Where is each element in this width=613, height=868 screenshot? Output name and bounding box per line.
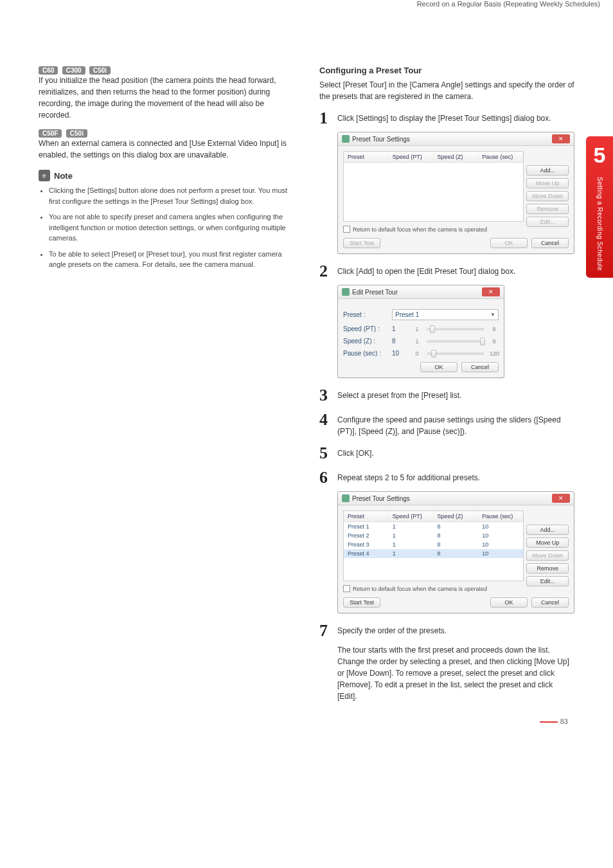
step-6-text: Repeat steps 2 to 5 for additional prese… — [337, 469, 574, 484]
step-1-text: Click [Settings] to display the [Preset … — [337, 110, 574, 124]
note-label: Note — [54, 171, 73, 181]
dialog1-list[interactable]: Preset Speed (PT) Speed (Z) Pause (sec) — [343, 151, 524, 222]
edit-dialog-titlebar: Edit Preset Tour ✕ — [338, 285, 504, 299]
step-3: 3 Select a preset from the [Preset] list… — [319, 387, 574, 404]
table-row[interactable]: Preset 4 1 8 10 — [344, 549, 523, 558]
badge-c60: C60 — [39, 66, 58, 75]
step-7-body: The tour starts with the first preset an… — [337, 644, 574, 702]
cancel-button[interactable]: Cancel — [461, 362, 499, 372]
step-num-2: 2 — [319, 263, 332, 280]
start-test-button[interactable]: Start Test — [343, 238, 380, 248]
note-item-1: Clicking the [Settings] button alone doe… — [49, 185, 294, 206]
return-focus-checkbox[interactable] — [343, 226, 350, 233]
step-num-5: 5 — [319, 445, 332, 462]
table-row[interactable]: Preset 3 1 8 10 — [344, 540, 523, 549]
speed-z-value: 8 — [392, 338, 407, 345]
step-1: 1 Click [Settings] to display the [Prese… — [319, 110, 574, 127]
step-4: 4 Configure the speed and pause settings… — [319, 411, 574, 437]
edit-button[interactable]: Edit... — [526, 217, 569, 227]
close-icon[interactable]: ✕ — [552, 494, 570, 503]
step-5-text: Click [OK]. — [337, 445, 574, 459]
step-7: 7 Specify the order of the presets. — [319, 622, 574, 639]
cancel-button[interactable]: Cancel — [531, 597, 569, 608]
page-number-value: 83 — [560, 718, 568, 725]
preset-dropdown[interactable]: Preset 1 ▼ — [392, 309, 499, 320]
ok-button[interactable]: OK — [490, 238, 528, 248]
cell-preset: Preset 3 — [344, 540, 389, 549]
cell-pause: 10 — [478, 540, 523, 549]
cancel-button[interactable]: Cancel — [531, 238, 569, 248]
ok-button[interactable]: OK — [490, 597, 528, 608]
pause-slider[interactable] — [427, 352, 484, 355]
col-pause[interactable]: Pause (sec) — [478, 152, 523, 162]
col-preset[interactable]: Preset — [344, 152, 389, 162]
pause-value: 10 — [392, 350, 407, 357]
step-num-3: 3 — [319, 387, 332, 404]
pause-row: Pause (sec) : 10 0 120 — [343, 350, 499, 357]
ok-button[interactable]: OK — [420, 362, 458, 372]
cell-speed-pt: 1 — [389, 522, 434, 531]
dialog1-titlebar: Preset Tour Settings ✕ — [338, 132, 574, 146]
table-row[interactable]: Preset 1 1 8 10 — [344, 522, 523, 531]
add-button[interactable]: Add... — [526, 525, 569, 535]
pause-min: 0 — [413, 350, 422, 357]
return-focus-label: Return to default focus when the camera … — [353, 586, 487, 592]
dialog1-side-buttons: Add... Move Up Move Down Remove Edit... — [526, 165, 569, 227]
cell-speed-pt: 1 — [389, 549, 434, 558]
cell-preset: Preset 4 — [344, 549, 389, 558]
dialog2-list[interactable]: Preset Speed (PT) Speed (Z) Pause (sec) … — [343, 511, 524, 581]
badge-c300: C300 — [62, 66, 85, 75]
col-speed-pt[interactable]: Speed (PT) — [389, 152, 434, 162]
remove-button[interactable]: Remove — [526, 204, 569, 214]
note-item-3: To be able to select [Preset] or [Preset… — [49, 249, 294, 270]
badge-c50f: C50F — [39, 129, 62, 138]
note-heading: ≡ Note — [39, 170, 294, 181]
preset-tour-settings-dialog-empty: Preset Tour Settings ✕ Preset Speed (PT)… — [337, 132, 574, 254]
cell-speed-z: 8 — [434, 531, 479, 540]
step-2-text: Click [Add] to open the [Edit Preset Tou… — [337, 263, 574, 277]
cell-speed-z: 8 — [434, 522, 479, 531]
pause-max: 120 — [490, 350, 499, 357]
dialog2-list-header: Preset Speed (PT) Speed (Z) Pause (sec) — [344, 511, 523, 522]
step-7-text: Specify the order of the presets. — [337, 622, 574, 637]
para-init-head: If you initialize the head position (the… — [39, 75, 294, 121]
remove-button[interactable]: Remove — [526, 563, 569, 574]
move-down-button[interactable]: Move Down — [526, 550, 569, 561]
col-speed-pt[interactable]: Speed (PT) — [389, 511, 434, 521]
move-up-button[interactable]: Move Up — [526, 178, 569, 188]
note-list: Clicking the [Settings] button alone doe… — [39, 185, 294, 270]
cell-preset: Preset 2 — [344, 531, 389, 540]
chapter-number: 5 — [594, 143, 606, 168]
speed-pt-max: 8 — [490, 326, 499, 332]
move-up-button[interactable]: Move Up — [526, 538, 569, 548]
step-num-7: 7 — [319, 622, 332, 639]
configuring-intro: Select [Preset Tour] in the [Camera Angl… — [319, 79, 574, 102]
move-down-button[interactable]: Move Down — [526, 191, 569, 201]
col-pause[interactable]: Pause (sec) — [478, 511, 523, 521]
speed-pt-slider[interactable] — [427, 328, 484, 330]
cell-speed-z: 8 — [434, 549, 479, 558]
col-speed-z[interactable]: Speed (Z) — [434, 152, 479, 162]
table-row[interactable]: Preset 2 1 8 10 — [344, 531, 523, 540]
chapter-tab: 5 Setting a Recording Schedule — [586, 136, 613, 278]
left-column: C60 C300 C50i If you initialize the head… — [39, 66, 299, 702]
col-preset[interactable]: Preset — [344, 511, 389, 521]
speed-z-slider[interactable] — [427, 340, 484, 343]
edit-button[interactable]: Edit... — [526, 576, 569, 586]
badge-c50i-2: C50i — [66, 129, 87, 138]
preset-dropdown-row: Preset : Preset 1 ▼ — [343, 309, 499, 320]
step-2: 2 Click [Add] to open the [Edit Preset T… — [319, 263, 574, 280]
pause-label: Pause (sec) : — [343, 350, 387, 357]
dialog1-app-icon — [342, 135, 350, 143]
para-external-camera: When an external camera is connected and… — [39, 138, 294, 161]
dialog1-title: Preset Tour Settings — [352, 136, 410, 143]
close-icon[interactable]: ✕ — [482, 287, 500, 296]
close-icon[interactable]: ✕ — [552, 134, 570, 143]
step-num-6: 6 — [319, 469, 332, 486]
add-button[interactable]: Add... — [526, 165, 569, 176]
return-focus-checkbox[interactable] — [343, 585, 350, 592]
col-speed-z[interactable]: Speed (Z) — [434, 511, 479, 521]
page-number-bar — [540, 721, 558, 723]
right-column: Configuring a Preset Tour Select [Preset… — [314, 66, 574, 702]
start-test-button[interactable]: Start Test — [343, 597, 380, 608]
